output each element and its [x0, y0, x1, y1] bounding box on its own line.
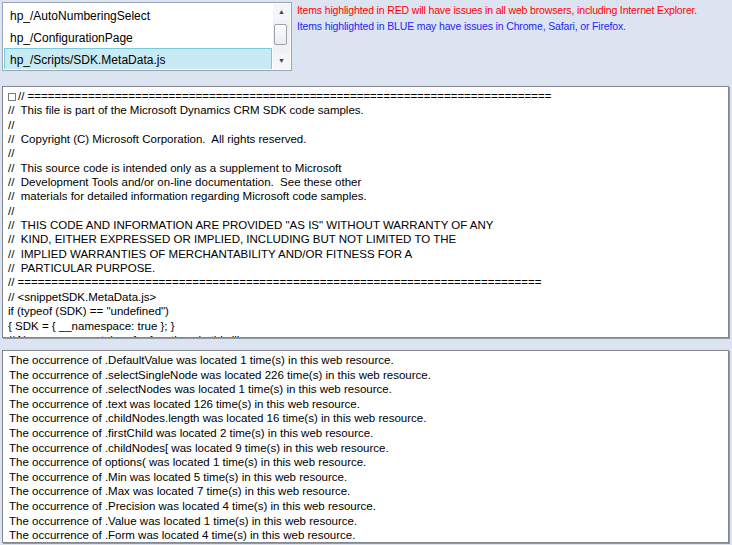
occurrence-row[interactable]: The occurrence of options( was located 1…: [9, 455, 726, 470]
occurrence-row[interactable]: The occurrence of .selectSingleNode was …: [9, 368, 726, 383]
code-line: // THIS CODE AND INFORMATION ARE PROVIDE…: [8, 218, 726, 232]
code-line: if (typeof (SDK) == "undefined"): [8, 304, 726, 318]
occurrence-results-list[interactable]: The occurrence of .DefaultValue was loca…: [2, 350, 729, 543]
source-code-view[interactable]: // =====================================…: [2, 86, 729, 338]
resource-list-item[interactable]: hp_/AutoNumberingSelect: [4, 4, 272, 26]
resource-list-item[interactable]: hp_/Scripts/SDK.MetaData.js: [4, 48, 272, 69]
arrow-up-icon: ▲: [273, 4, 290, 20]
web-resource-listbox[interactable]: hp_/AutoNumberingSelecthp_/Configuration…: [2, 2, 292, 71]
collapse-box-icon: [8, 93, 16, 101]
web-resource-checker-window: hp_/AutoNumberingSelecthp_/Configuration…: [0, 0, 732, 545]
occurrence-row[interactable]: The occurrence of .childNodes.length was…: [9, 411, 726, 426]
browser-issue-legend: Items highlighted in RED will have issue…: [297, 3, 732, 34]
occurrence-row[interactable]: The occurrence of .DefaultValue was loca…: [9, 353, 726, 368]
code-line: // Copyright (C) Microsoft Corporation. …: [8, 132, 726, 146]
code-line: // This source code is intended only as …: [8, 161, 726, 175]
occurrence-row[interactable]: The occurrence of .childNodes[ was locat…: [9, 441, 726, 456]
code-line: // This file is part of the Microsoft Dy…: [8, 103, 726, 117]
code-line: //: [8, 146, 726, 160]
listbox-scrollbar[interactable]: ▲ ▼: [273, 4, 290, 69]
resource-list-item[interactable]: hp_/ConfigurationPage: [4, 26, 272, 48]
occurrence-row[interactable]: The occurrence of .Form was located 4 ti…: [9, 528, 726, 543]
arrow-down-icon: ▼: [273, 53, 290, 69]
scroll-up-button[interactable]: ▲: [273, 4, 290, 20]
code-line: { SDK = { __namespace: true }; }: [8, 319, 726, 333]
occurrence-row[interactable]: The occurrence of .text was located 126 …: [9, 397, 726, 412]
scrollbar-thumb[interactable]: [274, 24, 287, 45]
scroll-down-button[interactable]: ▼: [273, 53, 290, 69]
occurrence-row[interactable]: The occurrence of .firstChild was locate…: [9, 426, 726, 441]
legend-red-warning: Items highlighted in RED will have issue…: [297, 3, 732, 19]
occurrence-row[interactable]: The occurrence of .Min was located 5 tim…: [9, 470, 726, 485]
code-line: // Development Tools and/or on-line docu…: [8, 175, 726, 189]
occurrence-row[interactable]: The occurrence of .Max was located 7 tim…: [9, 484, 726, 499]
occurrence-row[interactable]: The occurrence of .Value was located 1 t…: [9, 514, 726, 529]
code-line: // PARTICULAR PURPOSE.: [8, 261, 726, 275]
code-line: // KIND, EITHER EXPRESSED OR IMPLIED, IN…: [8, 232, 726, 246]
code-line: // =====================================…: [8, 89, 726, 103]
occurrence-row[interactable]: The occurrence of .Precision was located…: [9, 499, 726, 514]
occurrence-row[interactable]: The occurrence of .selectNodes was locat…: [9, 382, 726, 397]
code-line: // =====================================…: [8, 275, 726, 289]
legend-blue-warning: Items highlighted in BLUE may have issue…: [297, 19, 732, 35]
code-line: // Namespace container for functions in …: [8, 333, 726, 338]
code-line: // materials for detailed information re…: [8, 189, 726, 203]
code-line: //: [8, 204, 726, 218]
code-line: // IMPLIED WARRANTIES OF MERCHANTABILITY…: [8, 247, 726, 261]
code-line: //: [8, 118, 726, 132]
code-line: // <snippetSDK.MetaData.js>: [8, 290, 726, 304]
web-resource-list: hp_/AutoNumberingSelecthp_/Configuration…: [4, 4, 272, 69]
